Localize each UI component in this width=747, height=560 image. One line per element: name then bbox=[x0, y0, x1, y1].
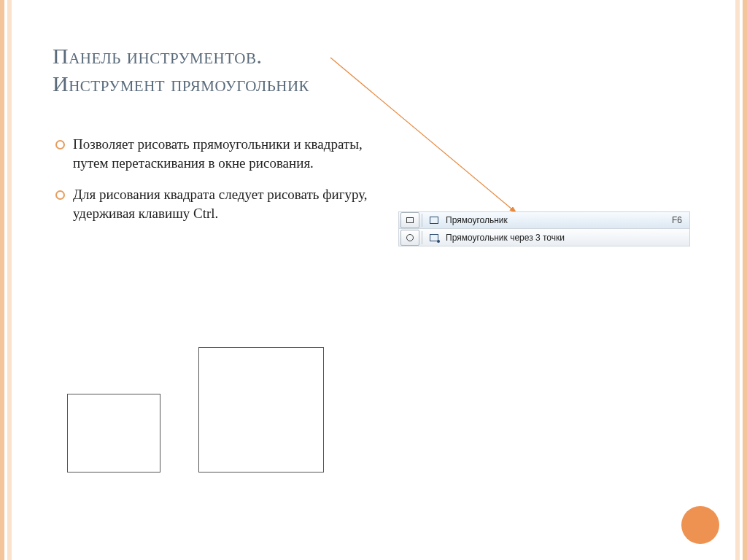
bullet-column: Позволяет рисовать прямоугольники и квад… bbox=[53, 135, 374, 236]
toolbar-button-rectangle[interactable] bbox=[400, 212, 419, 228]
bullet-list: Позволяет рисовать прямоугольники и квад… bbox=[53, 135, 374, 223]
slide-title: Панель инструментов. Инструмент прямоуго… bbox=[53, 42, 700, 97]
sample-square bbox=[198, 347, 324, 472]
title-line-2: Инструмент прямоугольник bbox=[53, 70, 700, 98]
ellipse-icon bbox=[406, 234, 414, 241]
menu-item-shortcut: F6 bbox=[659, 215, 689, 225]
menu-rectangle-icon bbox=[427, 213, 441, 228]
right-stripe-outer bbox=[743, 0, 747, 560]
rectangle-tool-flyout: Прямоугольник F6 Прямоугольник через 3 т… bbox=[398, 211, 690, 246]
bullet-item: Позволяет рисовать прямоугольники и квад… bbox=[53, 135, 374, 172]
toolbar-button-ellipse[interactable] bbox=[400, 230, 419, 246]
flyout-row-rectangle-3pt[interactable]: Прямоугольник через 3 точки bbox=[398, 229, 690, 246]
menu-rectangle-3pt-icon bbox=[427, 230, 441, 245]
decorative-dot bbox=[681, 506, 719, 544]
toolbar-separator bbox=[422, 214, 422, 227]
toolbar-separator bbox=[422, 231, 422, 244]
sample-shapes bbox=[67, 347, 324, 472]
flyout-row-rectangle[interactable]: Прямоугольник F6 bbox=[398, 211, 690, 229]
rectangle-icon bbox=[406, 217, 414, 223]
bullet-item: Для рисования квадрата следует рисовать … bbox=[53, 185, 374, 222]
menu-item-label: Прямоугольник bbox=[446, 215, 659, 225]
title-line-1: Панель инструментов. bbox=[53, 42, 700, 70]
slide-body: Панель инструментов. Инструмент прямоуго… bbox=[12, 0, 735, 560]
sample-rectangle bbox=[67, 394, 160, 472]
menu-item-label: Прямоугольник через 3 точки bbox=[446, 233, 659, 243]
